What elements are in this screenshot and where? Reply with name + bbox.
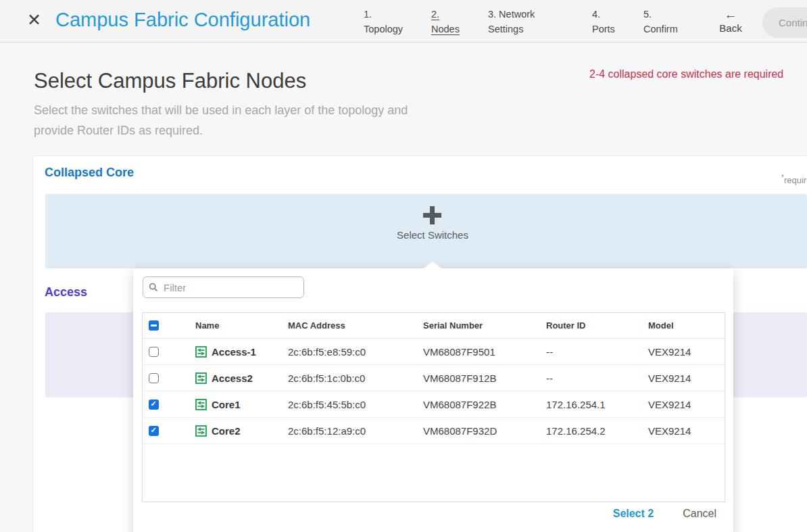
switch-name: Core1 bbox=[212, 399, 241, 410]
row-checkbox-cell bbox=[143, 347, 187, 357]
cell-model: VEX9214 bbox=[648, 399, 725, 410]
row-checkbox-cell bbox=[143, 400, 187, 410]
popover-footer: Select 2 Cancel bbox=[133, 508, 733, 520]
cell-mac: 2c:6b:f5:12:a9:c0 bbox=[288, 425, 423, 437]
row-checkbox-cell bbox=[143, 426, 187, 436]
wizard-title: Campus Fabric Configuration bbox=[55, 9, 310, 31]
required-note: *required bbox=[781, 174, 807, 185]
switch-select-popover: NameMAC AddressSerial NumberRouter IDMod… bbox=[133, 268, 733, 532]
row-checkbox[interactable] bbox=[149, 373, 159, 383]
switch-name: Core2 bbox=[212, 425, 241, 437]
row-checkbox[interactable] bbox=[149, 426, 159, 436]
step-2[interactable]: 2. Nodes bbox=[431, 7, 462, 37]
table-row[interactable]: Core22c:6b:f5:12:a9:c0VM68087F932D172.16… bbox=[143, 418, 725, 444]
select-confirm-button[interactable]: Select 2 bbox=[613, 508, 654, 520]
cell-name: Access-1 bbox=[187, 346, 288, 358]
select-switches-label: Select Switches bbox=[397, 229, 468, 241]
cell-serial: VM68087F912B bbox=[423, 372, 546, 384]
column-header-router-id: Router ID bbox=[546, 320, 648, 331]
step-4[interactable]: 4. Ports bbox=[592, 7, 622, 37]
cell-serial: VM68087F9501 bbox=[423, 346, 546, 358]
cancel-button[interactable]: Cancel bbox=[683, 508, 716, 520]
close-icon[interactable]: ✕ bbox=[27, 11, 41, 28]
filter-field bbox=[143, 276, 304, 298]
row-checkbox[interactable] bbox=[149, 347, 159, 357]
filter-input[interactable] bbox=[143, 276, 304, 298]
search-icon bbox=[149, 283, 158, 295]
validation-message: 2-4 collapsed core switches are required bbox=[589, 68, 807, 80]
switches-table: NameMAC AddressSerial NumberRouter IDMod… bbox=[142, 312, 725, 502]
switch-name: Access-1 bbox=[212, 346, 256, 358]
cell-router-id: 172.16.254.2 bbox=[546, 425, 648, 437]
switch-name: Access2 bbox=[212, 372, 253, 384]
back-button[interactable]: ← Back bbox=[712, 8, 750, 34]
page-subtitle: Select the switches that will be used in… bbox=[34, 100, 412, 141]
cell-model: VEX9214 bbox=[648, 346, 725, 358]
cell-router-id: 172.16.254.1 bbox=[546, 399, 648, 410]
wizard-header: ✕ Campus Fabric Configuration 1. Topolog… bbox=[0, 0, 807, 43]
row-checkbox[interactable] bbox=[149, 400, 159, 410]
step-1[interactable]: 1. Topology bbox=[364, 7, 407, 37]
column-header-name: Name bbox=[187, 320, 288, 331]
cell-router-id: -- bbox=[546, 346, 648, 358]
step-3[interactable]: 3. Network Settings bbox=[488, 7, 556, 37]
cell-mac: 2c:6b:f5:45:5b:c0 bbox=[288, 399, 423, 410]
column-header-mac-address: MAC Address bbox=[288, 320, 423, 331]
row-checkbox-cell bbox=[143, 373, 187, 383]
switch-icon bbox=[195, 399, 207, 410]
select-all-checkbox[interactable] bbox=[149, 320, 159, 331]
cell-serial: VM68087F932D bbox=[423, 425, 546, 437]
select-switches-button[interactable]: Select Switches bbox=[397, 206, 468, 241]
switch-icon bbox=[195, 372, 207, 384]
section-label-access: Access bbox=[45, 285, 87, 299]
cell-mac: 2c:6b:f5:e8:59:c0 bbox=[288, 346, 423, 358]
column-header-model: Model bbox=[648, 320, 725, 331]
section-label-collapsed-core: Collapsed Core bbox=[45, 166, 134, 180]
plus-icon bbox=[423, 206, 441, 224]
header-checkbox-cell bbox=[143, 320, 187, 331]
cell-serial: VM68087F922B bbox=[423, 399, 546, 410]
cell-name: Core2 bbox=[187, 425, 288, 437]
cell-model: VEX9214 bbox=[648, 425, 725, 437]
popover-caret-icon bbox=[424, 262, 441, 268]
back-arrow-icon: ← bbox=[712, 8, 750, 22]
cell-mac: 2c:6b:f5:1c:0b:c0 bbox=[288, 372, 423, 384]
step-5[interactable]: 5. Confirm bbox=[643, 7, 683, 37]
table-header-row: NameMAC AddressSerial NumberRouter IDMod… bbox=[143, 313, 725, 339]
column-header-serial-number: Serial Number bbox=[423, 320, 546, 331]
campus-fabric-configuration-window: Select Campus Fabric Nodes Select the sw… bbox=[0, 0, 807, 532]
switch-icon bbox=[195, 346, 207, 358]
table-row[interactable]: Access-12c:6b:f5:e8:59:c0VM68087F9501--V… bbox=[143, 339, 725, 365]
table-row[interactable]: Access22c:6b:f5:1c:0b:c0VM68087F912B--VE… bbox=[143, 365, 725, 391]
continue-button[interactable]: Continue bbox=[762, 7, 807, 38]
cell-router-id: -- bbox=[546, 372, 648, 384]
switch-icon bbox=[195, 425, 207, 437]
cell-name: Access2 bbox=[187, 372, 288, 384]
cell-name: Core1 bbox=[187, 399, 288, 410]
table-row[interactable]: Core12c:6b:f5:45:5b:c0VM68087F922B172.16… bbox=[143, 391, 725, 418]
cell-model: VEX9214 bbox=[648, 372, 725, 384]
page-title: Select Campus Fabric Nodes bbox=[34, 69, 306, 93]
